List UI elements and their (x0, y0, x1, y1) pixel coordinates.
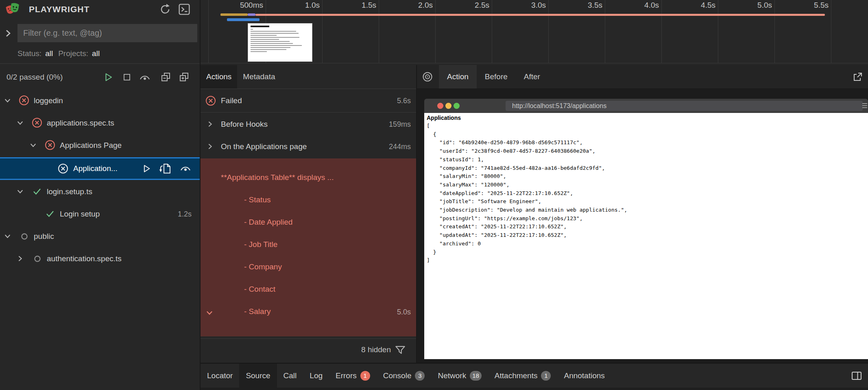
chevron-down-icon[interactable] (16, 119, 24, 127)
chevron-down-icon[interactable] (4, 232, 11, 240)
detail-panel: Action Before After http://localhost:517… (417, 65, 868, 364)
chevron-right-icon[interactable] (206, 143, 214, 150)
status-filter-value[interactable]: all (45, 49, 53, 58)
tab-after[interactable]: After (516, 65, 548, 89)
timeline-tick-label: 1.0s (264, 1, 320, 10)
watch-all-icon[interactable] (139, 73, 151, 82)
open-external-icon[interactable] (852, 72, 863, 83)
tab-errors[interactable]: Errors 1 (329, 364, 377, 388)
stop-button[interactable] (122, 72, 132, 82)
tab-console[interactable]: Console 3 (377, 364, 432, 388)
tree-item-label: login.setup.ts (47, 187, 92, 196)
tree-item-label: loggedin (34, 96, 63, 105)
passed-status-icon (45, 208, 55, 219)
traffic-light-close-icon (437, 103, 443, 109)
projects-filter-label: Projects: (58, 49, 88, 58)
expand-all-icon[interactable] (179, 72, 190, 83)
chevron-down-icon[interactable] (205, 309, 214, 317)
tab-action[interactable]: Action (439, 65, 477, 89)
tab-before[interactable]: Before (477, 65, 516, 89)
attachments-count-badge: 1 (541, 371, 551, 381)
errors-count-badge: 1 (360, 371, 370, 381)
tab-locator[interactable]: Locator (201, 364, 239, 388)
sidebar-divider (0, 63, 200, 64)
run-test-button[interactable] (142, 164, 151, 173)
tree-item-loggedin[interactable]: loggedin (0, 89, 200, 112)
snapshot-page: Applications [ { "id": "64b9240e-d250-48… (424, 113, 868, 359)
pick-locator-target-icon[interactable] (422, 71, 433, 82)
tree-item-label: Login setup (60, 210, 100, 219)
result-label: Failed (221, 96, 242, 105)
timeline-gridline (831, 0, 831, 63)
tab-attachments[interactable]: Attachments 1 (488, 364, 558, 388)
show-source-icon[interactable] (159, 162, 172, 175)
chevron-down-icon[interactable] (16, 188, 24, 195)
tree-item-application-selected[interactable]: Application... (0, 157, 200, 180)
filter-status-row[interactable]: Status: all Projects: all (17, 49, 100, 58)
tab-source[interactable]: Source (239, 364, 277, 388)
chevron-right-icon[interactable] (206, 120, 214, 128)
step-duration: 244ms (389, 142, 411, 151)
tree-item-login-setup-spec[interactable]: login.setup.ts (0, 180, 200, 203)
watch-test-icon[interactable] (179, 164, 192, 173)
actions-panel: Actions Metadata Failed 5.6s Before Hook… (201, 65, 416, 364)
tree-item-public[interactable]: public (0, 225, 200, 247)
collapse-all-icon[interactable] (160, 72, 172, 83)
timeline-tick-label: 5.5s (773, 1, 829, 10)
reload-tests-icon[interactable] (159, 3, 171, 15)
tab-call[interactable]: Call (277, 364, 303, 388)
terminal-icon[interactable] (178, 3, 190, 15)
step-on-applications-page[interactable]: On the Applications page 244ms (201, 135, 416, 158)
network-count-badge: 18 (470, 371, 482, 381)
timeline[interactable]: 500ms 1.0s 1.5s 2.0s 2.5s 3.0s 3.5s 4.0s… (201, 0, 868, 63)
projects-filter-value[interactable]: all (92, 49, 100, 58)
error-step-duration: 5.0s (397, 308, 411, 316)
source-panel-edge (201, 388, 868, 390)
failed-status-icon (58, 163, 68, 174)
timeline-tick-label: 3.0s (491, 1, 546, 10)
tree-item-label: applications.spec.ts (47, 119, 114, 128)
traffic-light-maximize-icon (454, 103, 460, 109)
tree-item-applications-page[interactable]: Applications Page (0, 134, 200, 156)
tab-annotations[interactable]: Annotations (557, 364, 611, 388)
tree-item-login-setup-test[interactable]: Login setup 1.2s (0, 203, 200, 225)
tab-actions[interactable]: Actions (201, 65, 237, 89)
actions-panel-tabbar: Actions Metadata (201, 65, 416, 89)
tree-item-authentication-spec[interactable]: authentication.spec.ts (0, 247, 200, 270)
step-label: Before Hooks (221, 120, 268, 129)
test-result-row[interactable]: Failed 5.6s (201, 89, 416, 113)
chevron-right-icon[interactable] (16, 255, 24, 262)
timeline-tick-label: 5.0s (717, 1, 772, 10)
timeline-screenshot-thumbnail[interactable] (248, 23, 312, 62)
filter-expand-chevron-icon[interactable] (3, 28, 13, 38)
timeline-tick-label: 3.5s (547, 1, 602, 10)
tab-network[interactable]: Network 18 (431, 364, 488, 388)
page-json-body: [ { "id": "64b9240e-d250-4879-96b8-d569c… (427, 122, 627, 265)
console-count-badge: 3 (415, 371, 425, 381)
error-step-title[interactable]: **Applications Table** displays ... (221, 171, 436, 184)
tree-item-applications-spec[interactable]: applications.spec.ts (0, 112, 200, 134)
page-heading: Applications (427, 115, 461, 121)
run-all-button[interactable] (103, 72, 113, 82)
step-duration: 159ms (389, 120, 411, 128)
error-step-block[interactable]: **Applications Table** displays ... - St… (201, 158, 416, 336)
chevron-down-icon[interactable] (29, 141, 37, 149)
playwright-ui-window: PLAYWRIGHT Status: all Projects: all 0/2… (0, 0, 868, 390)
step-before-hooks[interactable]: Before Hooks 159ms (201, 113, 416, 135)
chevron-down-icon[interactable] (4, 97, 11, 104)
sidebar: PLAYWRIGHT Status: all Projects: all 0/2… (0, 0, 200, 390)
timeline-bar-test (255, 14, 825, 16)
bottom-tabbar: Locator Source Call Log Errors 1 Console… (201, 363, 868, 388)
playwright-logo-icon (5, 2, 21, 17)
tree-item-label: Applications Page (60, 141, 122, 150)
tree-item-label: authentication.spec.ts (47, 254, 122, 263)
thumbnail-heading (251, 26, 269, 27)
tab-log[interactable]: Log (303, 364, 329, 388)
timeline-bar-action (227, 18, 260, 21)
toggle-panel-icon[interactable] (851, 371, 862, 381)
step-label: On the Applications page (221, 142, 307, 151)
filter-funnel-icon[interactable] (394, 344, 406, 356)
filter-input[interactable] (17, 24, 197, 42)
tab-metadata[interactable]: Metadata (237, 65, 281, 89)
timeline-bar-hook (248, 13, 255, 16)
